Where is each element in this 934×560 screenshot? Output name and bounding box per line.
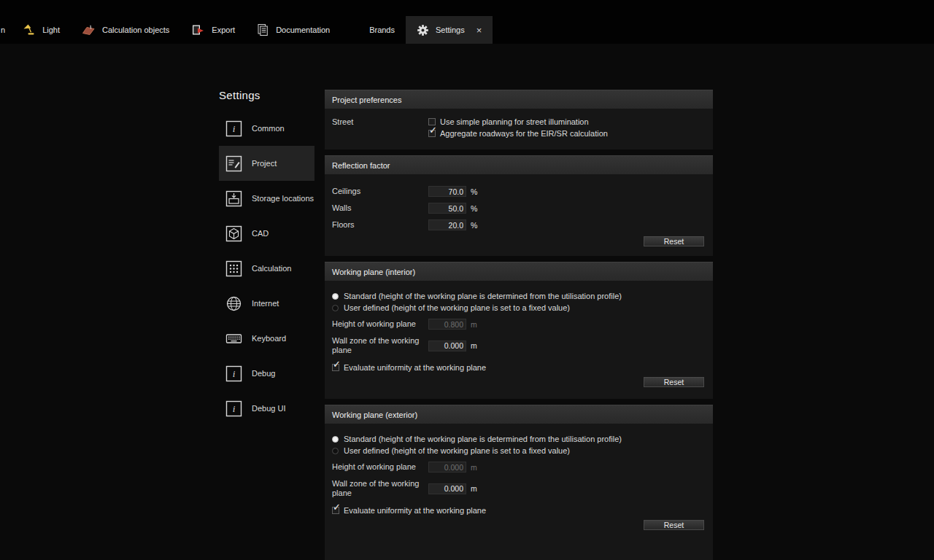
radio-label: User defined (height of the working plan… [344, 303, 570, 312]
checkbox-label: Evaluate uniformity at the working plane [344, 506, 486, 515]
sidebar-item-cad[interactable]: CAD [219, 216, 314, 251]
settings-panels: Project preferences Street ✓ Use simple … [325, 90, 713, 560]
radio-label: Standard (height of the working plane is… [344, 292, 622, 300]
sidebar-item-calculation[interactable]: Calculation [219, 251, 314, 286]
ceilings-label: Ceilings [332, 187, 428, 196]
sidebar-item-debug[interactable]: i Debug [219, 356, 314, 391]
sidebar-item-internet[interactable]: Internet [219, 286, 314, 321]
tab-label: Settings [436, 26, 465, 34]
sidebar-item-label: Project [252, 159, 277, 168]
sidebar-item-label: Debug [252, 369, 275, 378]
tab-settings[interactable]: Settings × [406, 16, 493, 44]
tab-label: Brands [369, 26, 395, 34]
sidebar-item-storage-locations[interactable]: Storage locations [219, 181, 314, 216]
sidebar-item-label: Keyboard [252, 334, 286, 343]
checkmark-icon: ✓ [333, 359, 341, 370]
section-reflection-factor: Reflection factor Ceilings % Walls % Flo… [325, 155, 713, 256]
export-icon [191, 23, 205, 36]
tab-label: Export [212, 26, 235, 34]
documentation-icon [257, 23, 269, 36]
wall-zone-input[interactable] [428, 483, 466, 494]
brands-icon [352, 25, 363, 36]
debug-ui-icon: i [225, 400, 242, 417]
sidebar-item-label: Debug UI [252, 404, 285, 413]
wall-zone-input[interactable] [428, 341, 466, 351]
percent-unit: % [471, 204, 477, 213]
keyboard-icon [225, 330, 242, 347]
tab-brands[interactable]: Brands [341, 16, 406, 44]
internet-globe-icon [225, 295, 242, 312]
meter-unit: m [471, 484, 477, 493]
checkbox-label: Use simple planning for street illuminat… [440, 117, 589, 126]
sidebar-item-keyboard[interactable]: Keyboard [219, 321, 314, 356]
wall-zone-label: Wall zone of the working plane [332, 336, 428, 355]
floors-label: Floors [332, 220, 428, 230]
debug-icon: i [225, 365, 242, 382]
section-header: Project preferences [325, 90, 713, 109]
radio-user-defined[interactable] [332, 305, 339, 311]
settings-sidebar: Settings i Common Project Storage locati… [219, 89, 314, 426]
tab-light[interactable]: Light [11, 16, 71, 44]
percent-unit: % [471, 221, 477, 230]
reset-button[interactable]: Reset [643, 519, 705, 531]
section-project-preferences: Project preferences Street ✓ Use simple … [325, 90, 713, 149]
sidebar-item-label: Calculation [252, 264, 291, 273]
sidebar-item-common[interactable]: i Common [219, 111, 314, 146]
wall-zone-label: Wall zone of the working plane [332, 479, 428, 498]
lamp-icon [22, 23, 36, 36]
project-icon [225, 155, 242, 172]
percent-unit: % [471, 187, 477, 196]
checkbox-evaluate-uniformity[interactable]: ✓ [332, 507, 339, 514]
reset-button[interactable]: Reset [643, 236, 705, 247]
section-working-plane-interior: Working plane (interior) Standard (heigh… [325, 262, 713, 399]
height-label: Height of working plane [332, 462, 428, 472]
tab-bar: n Light Calculation objects [0, 0, 934, 44]
radio-user-defined[interactable] [332, 448, 339, 454]
walls-input[interactable] [428, 203, 466, 214]
checkbox-label: Aggregate roadways for the EIR/SR calcul… [440, 129, 608, 138]
section-header: Working plane (exterior) [325, 405, 713, 424]
section-body: Street ✓ Use simple planning for street … [325, 109, 713, 149]
settings-gear-icon [417, 24, 429, 36]
tab-partial-label: n [1, 26, 5, 34]
street-label: Street [332, 116, 428, 128]
reset-button[interactable]: Reset [643, 376, 705, 388]
section-body: Standard (height of the working plane is… [325, 281, 713, 399]
cad-icon [225, 225, 242, 242]
tab-label: Calculation objects [102, 26, 169, 34]
checkbox-aggregate-roadways[interactable]: ✓ [428, 130, 436, 137]
tab-label: Light [42, 26, 60, 34]
close-tab-icon[interactable]: × [476, 26, 482, 35]
walls-label: Walls [332, 203, 428, 213]
checkbox-label: Evaluate uniformity at the working plane [344, 363, 486, 372]
section-header: Working plane (interior) [325, 262, 713, 281]
checkmark-icon: ✓ [429, 125, 437, 136]
radio-standard[interactable] [332, 436, 339, 443]
floors-input[interactable] [428, 219, 466, 230]
tab-label: Documentation [276, 26, 330, 34]
tab-documentation[interactable]: Documentation [246, 16, 341, 44]
checkmark-icon: ✓ [333, 502, 341, 513]
section-body: Standard (height of the working plane is… [325, 424, 713, 560]
sidebar-item-debug-ui[interactable]: i Debug UI [219, 391, 314, 426]
radio-standard[interactable] [332, 293, 339, 300]
height-input[interactable] [428, 462, 466, 472]
tab-calculation-objects[interactable]: Calculation objects [71, 16, 180, 44]
height-input[interactable] [428, 319, 466, 330]
sidebar-item-label: CAD [252, 229, 269, 238]
sidebar-item-project[interactable]: Project [219, 146, 314, 181]
radio-label: Standard (height of the working plane is… [344, 435, 622, 443]
meter-unit: m [471, 341, 477, 350]
calculation-objects-icon [82, 23, 96, 36]
height-label: Height of working plane [332, 319, 428, 329]
sidebar-item-label: Storage locations [252, 194, 314, 203]
tab-partial[interactable]: n [0, 16, 11, 44]
svg-text:i: i [232, 368, 235, 379]
sidebar-item-label: Common [252, 124, 285, 133]
ceilings-input[interactable] [428, 186, 466, 197]
section-body: Ceilings % Walls % Floors % Reset [325, 174, 713, 256]
tab-export[interactable]: Export [180, 16, 246, 44]
section-header: Reflection factor [325, 155, 713, 174]
svg-text:i: i [232, 403, 235, 414]
checkbox-evaluate-uniformity[interactable]: ✓ [332, 364, 339, 371]
